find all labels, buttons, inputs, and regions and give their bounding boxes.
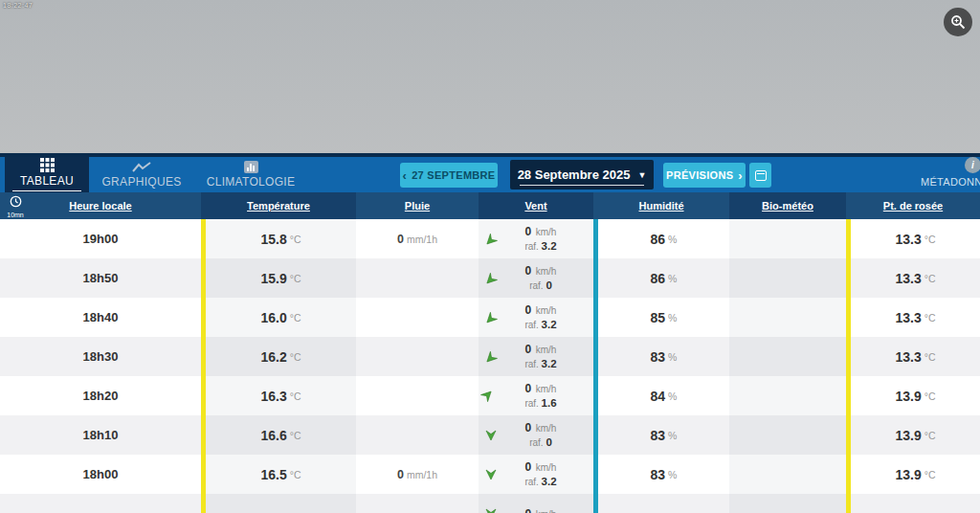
webcam-timestamp: 18:22:47 [3, 2, 33, 9]
webcam-panel[interactable]: 18:22:47 Webcam de Aurillac à 35km au NE… [0, 0, 219, 147]
dropdown-underline [520, 185, 644, 186]
bio-meteo-cell [729, 494, 846, 513]
tab-tableau[interactable]: TABLEAU [5, 157, 89, 192]
calendar-button[interactable] [749, 163, 771, 188]
bar-chart-icon [244, 161, 258, 173]
bio-meteo-cell [729, 376, 846, 415]
wind-direction-icon [483, 469, 495, 480]
wind-value: 0 [525, 421, 532, 435]
dew-point-unit: °C [924, 390, 936, 402]
rain-unit: mm/1h [407, 234, 437, 245]
metadata-label[interactable]: MÉTADONNÉES [921, 176, 980, 188]
wind-value: 0 [525, 225, 532, 238]
tab-label: CLIMATOLOGIE [207, 175, 296, 189]
wind-value: 0 [525, 264, 532, 278]
humidity-value: 83 [651, 428, 666, 443]
time-value: 18h50 [83, 271, 119, 285]
dew-point-unit: °C [924, 234, 936, 245]
dew-point-value: 13.3 [895, 349, 921, 365]
table-row[interactable]: 18h20 16.3°C 0 km/h raf. 1.6 84% 13.9°C [0, 376, 980, 415]
time-value: 19h00 [83, 232, 119, 246]
humidity-unit: % [668, 351, 677, 363]
temperature-unit: °C [290, 234, 301, 245]
gust-label: raf. [524, 398, 541, 409]
metadata-info-icon[interactable]: i [965, 157, 980, 173]
col-header-pt-de-rosee[interactable]: Pt. de rosée [846, 192, 980, 219]
forecast-button[interactable]: PRÉVISIONS › [663, 163, 746, 188]
humidity-unit: % [668, 430, 677, 441]
dew-point-value: 13.9 [895, 428, 921, 443]
gust-value: 3.2 [542, 240, 557, 252]
wind-unit: km/h [536, 227, 557, 237]
wind-unit: km/h [536, 384, 557, 394]
dew-point-unit: °C [924, 312, 936, 323]
bio-meteo-cell [729, 415, 846, 455]
gust-value: 0 [546, 279, 551, 291]
interval-indicator[interactable]: 10mn [4, 194, 27, 218]
tab-graphiques[interactable]: GRAPHIQUES [93, 157, 190, 192]
col-header-pluie[interactable]: Pluie [356, 192, 479, 219]
temperature-value: 16.0 [260, 310, 286, 325]
temperature-unit: °C [290, 469, 301, 480]
interval-label: 10mn [4, 212, 27, 218]
tab-label: TABLEAU [12, 174, 81, 191]
table-row[interactable]: 18h50 15.9°C 0 km/h raf. 0 86% 13.3°C [0, 258, 980, 298]
gust-label: raf. [529, 437, 546, 448]
previous-day-label: 27 SEPTEMBRE [412, 169, 495, 181]
page: Station météorologique de Bagnac-sur-Cél… [0, 0, 980, 513]
temperature-value: 15.9 [260, 271, 286, 286]
wind-value: 0 [525, 343, 532, 356]
rain-unit: mm/1h [407, 469, 437, 480]
humidity-value: 86 [651, 232, 666, 247]
col-header-humidite[interactable]: Humidité [593, 192, 729, 219]
wind-unit: km/h [536, 509, 557, 513]
clock-icon [10, 195, 22, 208]
gust-label: raf. [524, 241, 541, 252]
temperature-value: 16.5 [260, 467, 286, 482]
temperature-value: 15.8 [260, 232, 286, 247]
table-row[interactable]: 0 km/h [0, 494, 980, 513]
col-header-heure-locale[interactable]: Heure locale [0, 192, 201, 219]
wind-unit: km/h [536, 305, 557, 316]
dew-point-value: 13.3 [895, 310, 921, 325]
rain-value: 0 [397, 233, 404, 246]
gust-label: raf. [524, 359, 541, 369]
bio-meteo-cell [729, 455, 846, 494]
temperature-value: 16.3 [260, 389, 286, 404]
gust-label: raf. [529, 280, 546, 291]
temperature-value: 16.2 [260, 349, 286, 365]
temperature-value: 16.6 [260, 428, 286, 443]
humidity-value: 85 [651, 310, 666, 325]
dew-point-value: 13.3 [895, 271, 921, 286]
chevron-right-icon: › [738, 168, 743, 183]
table-row[interactable]: 18h00 16.5°C 0mm/1h 0 km/h raf. 3.2 83% … [0, 455, 980, 494]
weather-table-body: 19h00 15.8°C 0mm/1h 0 km/h raf. 3.2 86% … [0, 219, 980, 513]
gust-value: 0 [546, 436, 551, 448]
table-row[interactable]: 19h00 15.8°C 0mm/1h 0 km/h raf. 3.2 86% … [0, 219, 980, 258]
dew-point-value: 13.9 [895, 467, 921, 482]
col-header-bio-meteo[interactable]: Bio-météo [729, 192, 846, 219]
table-row[interactable]: 18h10 16.6°C 0 km/h raf. 0 83% 13.9°C [0, 415, 980, 455]
current-date-label: 28 Septembre 2025 [518, 167, 631, 182]
time-value: 18h20 [83, 389, 119, 403]
gust-label: raf. [524, 477, 541, 487]
col-header-temperature[interactable]: Température [201, 192, 356, 219]
gust-value: 3.2 [542, 476, 557, 487]
temperature-unit: °C [290, 430, 301, 441]
wind-unit: km/h [536, 266, 557, 277]
wind-value: 0 [525, 460, 532, 474]
humidity-value: 86 [651, 271, 666, 286]
rain-value: 0 [397, 468, 404, 481]
previous-day-button[interactable]: ‹ 27 SEPTEMBRE [400, 163, 498, 188]
dew-point-value: 13.9 [895, 389, 921, 404]
table-row[interactable]: 18h30 16.2°C 0 km/h raf. 3.2 83% 13.3°C [0, 337, 980, 376]
table-row[interactable]: 18h40 16.0°C 0 km/h raf. 3.2 85% 13.3°C [0, 298, 980, 337]
col-header-vent[interactable]: Vent [479, 192, 593, 219]
calendar-icon [755, 170, 767, 181]
date-select-dropdown[interactable]: 28 Septembre 2025 ▼ [510, 160, 654, 190]
tab-label: GRAPHIQUES [101, 175, 181, 189]
caret-down-icon: ▼ [637, 170, 646, 180]
forecast-label: PRÉVISIONS [666, 169, 733, 181]
tab-climatologie[interactable]: CLIMATOLOGIE [194, 157, 307, 192]
wind-unit: km/h [536, 345, 557, 355]
